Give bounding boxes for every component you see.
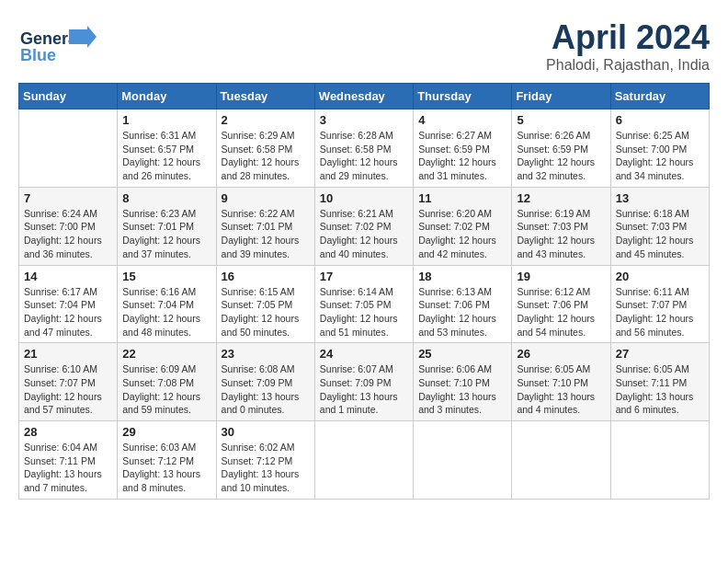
day-number: 16 [222,270,310,283]
calendar-cell: 2Sunrise: 6:29 AMSunset: 6:58 PMDaylight… [216,109,314,188]
day-number: 8 [122,191,210,205]
column-header-tuesday: Tuesday [216,84,314,109]
day-number: 1 [122,113,210,127]
calendar-cell: 25Sunrise: 6:06 AMSunset: 7:10 PMDayligh… [414,343,512,421]
column-header-thursday: Thursday [414,84,512,109]
day-number: 13 [616,191,704,205]
calendar-cell: 20Sunrise: 6:11 AMSunset: 7:07 PMDayligh… [610,265,709,343]
calendar-cell [414,421,512,500]
day-number: 26 [517,347,605,361]
day-info: Sunrise: 6:28 AMSunset: 6:58 PMDaylight:… [320,129,408,183]
day-info: Sunrise: 6:14 AMSunset: 7:05 PMDaylight:… [320,285,408,339]
calendar-cell: 15Sunrise: 6:16 AMSunset: 7:04 PMDayligh… [118,265,216,343]
day-number: 2 [222,113,310,127]
day-number: 19 [517,270,605,283]
day-info: Sunrise: 6:10 AMSunset: 7:07 PMDaylight:… [24,362,112,417]
calendar-week-row: 1Sunrise: 6:31 AMSunset: 6:57 PMDaylight… [19,109,710,188]
calendar-cell: 1Sunrise: 6:31 AMSunset: 6:57 PMDaylight… [118,109,216,188]
day-info: Sunrise: 6:26 AMSunset: 6:59 PMDaylight:… [517,129,605,183]
logo: General Blue [18,18,101,69]
calendar-cell: 22Sunrise: 6:09 AMSunset: 7:08 PMDayligh… [118,343,216,421]
day-info: Sunrise: 6:08 AMSunset: 7:09 PMDaylight:… [222,362,310,417]
day-info: Sunrise: 6:16 AMSunset: 7:04 PMDaylight:… [122,285,210,339]
column-header-sunday: Sunday [19,84,118,109]
calendar-cell [610,421,709,500]
day-info: Sunrise: 6:23 AMSunset: 7:01 PMDaylight:… [122,207,210,261]
day-info: Sunrise: 6:06 AMSunset: 7:10 PMDaylight:… [418,362,506,417]
calendar-cell: 5Sunrise: 6:26 AMSunset: 6:59 PMDaylight… [512,109,610,188]
column-header-saturday: Saturday [610,84,709,109]
calendar-cell: 28Sunrise: 6:04 AMSunset: 7:11 PMDayligh… [19,421,118,500]
calendar-cell: 21Sunrise: 6:10 AMSunset: 7:07 PMDayligh… [19,343,118,421]
day-info: Sunrise: 6:31 AMSunset: 6:57 PMDaylight:… [122,129,210,183]
day-number: 27 [616,347,704,361]
day-info: Sunrise: 6:21 AMSunset: 7:02 PMDaylight:… [320,207,408,261]
calendar-cell: 14Sunrise: 6:17 AMSunset: 7:04 PMDayligh… [19,265,118,343]
day-info: Sunrise: 6:29 AMSunset: 6:58 PMDaylight:… [222,129,310,183]
calendar-cell: 11Sunrise: 6:20 AMSunset: 7:02 PMDayligh… [414,187,512,265]
day-info: Sunrise: 6:13 AMSunset: 7:06 PMDaylight:… [418,285,506,339]
month-title: April 2024 [546,18,710,57]
calendar-cell: 13Sunrise: 6:18 AMSunset: 7:03 PMDayligh… [610,187,709,265]
day-number: 24 [320,347,408,361]
title-area: April 2024 Phalodi, Rajasthan, India [546,18,710,74]
calendar-cell [512,421,610,500]
day-info: Sunrise: 6:22 AMSunset: 7:01 PMDaylight:… [222,207,310,261]
day-info: Sunrise: 6:05 AMSunset: 7:10 PMDaylight:… [517,362,605,417]
day-number: 9 [222,191,310,205]
day-info: Sunrise: 6:20 AMSunset: 7:02 PMDaylight:… [418,207,506,261]
column-header-wednesday: Wednesday [314,84,413,109]
day-number: 30 [222,425,310,439]
calendar-cell: 9Sunrise: 6:22 AMSunset: 7:01 PMDaylight… [216,187,314,265]
day-number: 11 [418,191,506,205]
calendar-cell: 6Sunrise: 6:25 AMSunset: 7:00 PMDaylight… [610,109,709,188]
day-number: 20 [616,270,704,283]
calendar-week-row: 14Sunrise: 6:17 AMSunset: 7:04 PMDayligh… [19,265,710,343]
calendar-cell: 12Sunrise: 6:19 AMSunset: 7:03 PMDayligh… [512,187,610,265]
day-number: 14 [24,270,112,283]
day-info: Sunrise: 6:18 AMSunset: 7:03 PMDaylight:… [616,207,704,261]
day-info: Sunrise: 6:11 AMSunset: 7:07 PMDaylight:… [616,285,704,339]
svg-text:Blue: Blue [20,46,56,64]
calendar-cell: 17Sunrise: 6:14 AMSunset: 7:05 PMDayligh… [314,265,413,343]
day-number: 28 [24,425,112,439]
calendar-cell: 30Sunrise: 6:02 AMSunset: 7:12 PMDayligh… [216,421,314,500]
calendar-cell: 24Sunrise: 6:07 AMSunset: 7:09 PMDayligh… [314,343,413,421]
calendar-cell: 10Sunrise: 6:21 AMSunset: 7:02 PMDayligh… [314,187,413,265]
day-info: Sunrise: 6:12 AMSunset: 7:06 PMDaylight:… [517,285,605,339]
calendar-cell: 26Sunrise: 6:05 AMSunset: 7:10 PMDayligh… [512,343,610,421]
calendar-cell: 18Sunrise: 6:13 AMSunset: 7:06 PMDayligh… [414,265,512,343]
calendar-week-row: 21Sunrise: 6:10 AMSunset: 7:07 PMDayligh… [19,343,710,421]
day-info: Sunrise: 6:02 AMSunset: 7:12 PMDaylight:… [222,441,310,495]
calendar-cell [19,109,118,188]
calendar-cell: 8Sunrise: 6:23 AMSunset: 7:01 PMDaylight… [118,187,216,265]
day-info: Sunrise: 6:04 AMSunset: 7:11 PMDaylight:… [24,441,112,495]
calendar-header-row: SundayMondayTuesdayWednesdayThursdayFrid… [19,84,710,109]
day-info: Sunrise: 6:24 AMSunset: 7:00 PMDaylight:… [24,207,112,261]
day-info: Sunrise: 6:09 AMSunset: 7:08 PMDaylight:… [122,362,210,417]
logo-svg: General Blue [18,18,101,69]
day-number: 29 [122,425,210,439]
day-info: Sunrise: 6:27 AMSunset: 6:59 PMDaylight:… [418,129,506,183]
calendar-week-row: 28Sunrise: 6:04 AMSunset: 7:11 PMDayligh… [19,421,710,500]
calendar-cell: 7Sunrise: 6:24 AMSunset: 7:00 PMDaylight… [19,187,118,265]
day-info: Sunrise: 6:05 AMSunset: 7:11 PMDaylight:… [616,362,704,417]
column-header-friday: Friday [512,84,610,109]
calendar-cell: 29Sunrise: 6:03 AMSunset: 7:12 PMDayligh… [118,421,216,500]
day-number: 4 [418,113,506,127]
calendar-table: SundayMondayTuesdayWednesdayThursdayFrid… [18,83,710,500]
day-number: 23 [222,347,310,361]
day-info: Sunrise: 6:25 AMSunset: 7:00 PMDaylight:… [616,129,704,183]
day-number: 7 [24,191,112,205]
calendar-cell: 23Sunrise: 6:08 AMSunset: 7:09 PMDayligh… [216,343,314,421]
calendar-cell: 19Sunrise: 6:12 AMSunset: 7:06 PMDayligh… [512,265,610,343]
calendar-cell: 27Sunrise: 6:05 AMSunset: 7:11 PMDayligh… [610,343,709,421]
day-number: 18 [418,270,506,283]
day-info: Sunrise: 6:17 AMSunset: 7:04 PMDaylight:… [24,285,112,339]
day-number: 10 [320,191,408,205]
calendar-cell: 16Sunrise: 6:15 AMSunset: 7:05 PMDayligh… [216,265,314,343]
day-number: 21 [24,347,112,361]
day-number: 22 [122,347,210,361]
calendar-cell [314,421,413,500]
calendar-cell: 4Sunrise: 6:27 AMSunset: 6:59 PMDaylight… [414,109,512,188]
